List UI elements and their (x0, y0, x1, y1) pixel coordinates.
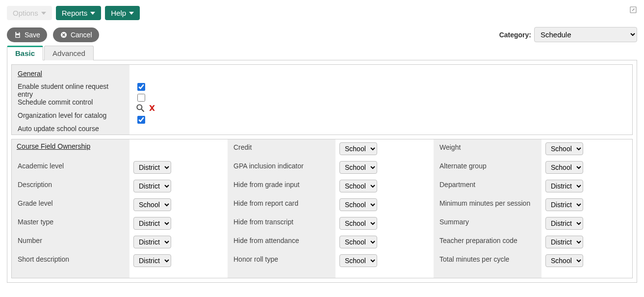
own-label: Grade level (12, 195, 129, 214)
svg-point-4 (137, 105, 142, 109)
own-label: Short description (12, 251, 129, 270)
ownership-select[interactable]: DistrictSchool (339, 142, 377, 155)
category-select[interactable]: Schedule (534, 27, 637, 42)
ownership-select[interactable]: DistrictSchool (339, 254, 377, 267)
general-title: General (18, 67, 124, 82)
svg-rect-1 (16, 32, 19, 33)
own-label: Credit (228, 139, 335, 158)
own-label: Alternate group (434, 158, 541, 177)
ownership-select[interactable]: DistrictSchool (339, 217, 377, 230)
lookup-icon[interactable] (135, 103, 145, 113)
save-icon (14, 31, 22, 39)
ownership-title: Course Field Ownership (12, 139, 129, 158)
general-section: General Enable student online request en… (11, 64, 633, 135)
own-label: Hide from grade input (228, 177, 335, 195)
caret-down-icon (41, 12, 46, 15)
tab-advanced[interactable]: Advanced (44, 46, 94, 60)
own-label: Summary (434, 214, 541, 233)
own-label: Teacher preparation code (434, 233, 541, 251)
reports-label: Reports (62, 9, 88, 17)
own-label: Total minutes per cycle (434, 251, 541, 270)
schedule-commit-checkbox[interactable] (137, 94, 145, 102)
clear-icon[interactable] (147, 103, 157, 113)
own-label: Master type (12, 214, 129, 233)
ownership-select[interactable]: DistrictSchool (545, 161, 583, 174)
save-button[interactable]: Save (7, 27, 47, 42)
auto-update-label: Auto update school course (18, 125, 124, 133)
enable-student-checkbox[interactable] (137, 83, 145, 91)
ownership-select[interactable]: DistrictSchool (545, 198, 583, 211)
schedule-commit-label: Schedule commit control (18, 98, 124, 106)
ownership-select[interactable]: DistrictSchool (133, 180, 171, 192)
own-label: Description (12, 177, 129, 195)
action-row: Save Cancel Category: Schedule (7, 27, 637, 42)
form-panel: General Enable student online request en… (7, 60, 637, 283)
own-label: Hide from attendance (228, 233, 335, 251)
ownership-select[interactable]: DistrictSchool (339, 180, 377, 192)
own-label: Weight (434, 139, 541, 158)
ownership-select[interactable]: DistrictSchool (545, 236, 583, 248)
reports-menu[interactable]: Reports (56, 6, 102, 20)
own-label: Number (12, 233, 129, 251)
options-label: Options (13, 9, 38, 17)
ownership-select[interactable]: DistrictSchool (545, 142, 583, 155)
help-label: Help (111, 9, 126, 17)
menu-bar: Options Reports Help (7, 6, 637, 20)
org-level-label: Organization level for catalog (18, 106, 124, 125)
own-label: Hide from transcript (228, 214, 335, 233)
ownership-select[interactable]: DistrictSchool (339, 198, 377, 211)
ownership-select[interactable]: DistrictSchool (545, 180, 583, 192)
tab-basic[interactable]: Basic (7, 46, 43, 60)
cancel-button[interactable]: Cancel (53, 27, 99, 42)
cancel-icon (60, 31, 68, 39)
ownership-select[interactable]: DistrictSchool (545, 254, 583, 267)
own-label: Hide from report card (228, 195, 335, 214)
ownership-select[interactable]: DistrictSchool (133, 217, 171, 230)
svg-rect-2 (16, 35, 20, 37)
auto-update-checkbox[interactable] (137, 116, 145, 124)
save-label: Save (25, 31, 40, 39)
ownership-select[interactable]: DistrictSchool (133, 254, 171, 267)
tab-strip: Basic Advanced (7, 45, 637, 60)
cancel-label: Cancel (71, 31, 92, 39)
own-label: Minimum minutes per session (434, 195, 541, 214)
caret-down-icon (90, 12, 95, 15)
own-label: GPA inclusion indicator (228, 158, 335, 177)
own-label: Academic level (12, 158, 129, 177)
caret-down-icon (129, 12, 134, 15)
help-menu[interactable]: Help (105, 6, 140, 20)
svg-line-5 (142, 109, 144, 112)
ownership-select[interactable]: DistrictSchool (133, 198, 171, 211)
category-label: Category: (499, 31, 531, 39)
own-label: Honor roll type (228, 251, 335, 270)
ownership-section: Course Field OwnershipCreditDistrictScho… (11, 139, 633, 278)
own-label: Department (434, 177, 541, 195)
options-menu: Options (7, 6, 52, 20)
ownership-select[interactable]: DistrictSchool (545, 217, 583, 230)
ownership-select[interactable]: DistrictSchool (133, 161, 171, 174)
ownership-select[interactable]: DistrictSchool (133, 236, 171, 248)
expand-window-icon[interactable] (629, 6, 637, 15)
enable-student-label: Enable student online request entry (18, 82, 124, 98)
ownership-select[interactable]: DistrictSchool (339, 236, 377, 248)
ownership-select[interactable]: DistrictSchool (339, 161, 377, 174)
